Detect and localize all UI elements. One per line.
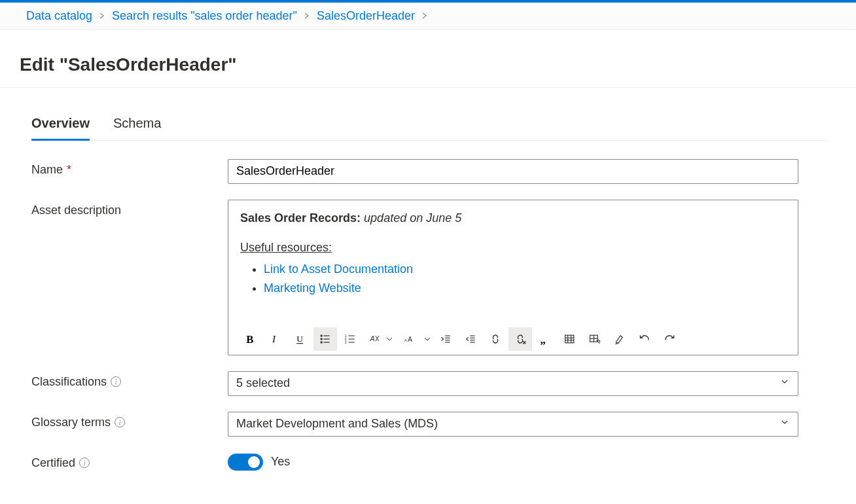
certified-toggle-label: Yes [271,455,290,469]
svg-point-8 [321,341,322,342]
decrease-indent-button[interactable] [434,327,457,351]
breadcrumb: Data catalog Search results "sales order… [0,3,856,30]
glossary-label: Glossary terms i [31,412,228,429]
insert-link-button[interactable] [484,327,507,351]
increase-indent-button[interactable] [459,327,482,351]
svg-text:U: U [296,334,303,344]
italic-button[interactable]: I [264,327,287,351]
highlight-button[interactable] [608,327,632,351]
chevron-right-icon [304,12,310,21]
svg-point-6 [321,338,322,339]
page-title: Edit "SalesOrderHeader" [0,43,856,88]
description-editor: Sales Order Records: updated on June 5 U… [228,200,798,355]
svg-text:A: A [408,335,413,343]
breadcrumb-item-asset[interactable]: SalesOrderHeader [317,9,415,23]
breadcrumb-item-search[interactable]: Search results "sales order header" [112,9,297,23]
classifications-label: Classifications i [31,371,228,389]
toggle-knob [248,456,260,468]
description-link-list: Link to Asset Documentation Marketing We… [264,261,786,297]
chevron-down-icon[interactable] [422,327,433,351]
description-resources-heading: Useful resources: [240,239,786,257]
svg-text:A: A [404,338,407,342]
description-bold-text: Sales Order Records: [240,211,361,225]
description-link-doc[interactable]: Link to Asset Documentation [264,262,413,276]
tab-bar: Overview Schema [31,100,830,141]
chevron-down-icon[interactable] [384,327,395,351]
tab-schema[interactable]: Schema [113,111,161,141]
svg-text:A: A [370,334,375,342]
insert-table-button[interactable] [558,327,582,351]
undo-button[interactable] [633,327,656,351]
chevron-right-icon [99,12,105,21]
edit-table-button[interactable] [583,327,607,351]
name-input[interactable] [228,159,798,184]
description-textarea[interactable]: Sales Order Records: updated on June 5 U… [228,200,798,325]
blockquote-button[interactable]: „ [533,327,557,351]
editor-toolbar: B I U [228,325,798,355]
classifications-value: 5 selected [236,376,290,390]
required-indicator: * [67,163,71,177]
asset-description-label: Asset description [31,200,228,217]
remove-link-button[interactable] [508,327,532,351]
info-icon[interactable]: i [115,417,125,427]
name-label: Name* [31,159,228,177]
certified-label: Certified i [31,452,228,470]
info-icon[interactable]: i [79,458,90,468]
svg-rect-30 [565,335,574,343]
font-size-button[interactable]: AA [396,327,425,351]
bold-button[interactable]: B [239,327,262,351]
svg-text:„: „ [541,333,546,345]
classifications-select[interactable]: 5 selected [228,371,798,396]
chevron-down-icon [779,417,790,431]
info-icon[interactable]: i [111,376,121,387]
svg-text:3: 3 [345,340,347,344]
numbered-list-button[interactable]: 1 2 3 [338,327,362,351]
certified-toggle[interactable] [228,454,263,471]
chevron-down-icon [779,376,790,390]
svg-text:I: I [272,334,276,344]
chevron-right-icon [421,12,428,21]
svg-point-4 [321,334,322,336]
tab-overview[interactable]: Overview [31,111,90,141]
svg-text:B: B [246,333,253,345]
clear-formatting-button[interactable]: A [363,327,387,351]
glossary-select[interactable]: Market Development and Sales (MDS) [228,412,798,437]
bulleted-list-button[interactable] [313,327,337,351]
glossary-value: Market Development and Sales (MDS) [236,417,438,431]
description-link-marketing[interactable]: Marketing Website [264,281,361,295]
description-italic-text: updated on June 5 [364,211,461,225]
redo-button[interactable] [658,327,681,351]
underline-button[interactable]: U [289,327,312,351]
breadcrumb-item-catalog[interactable]: Data catalog [26,9,92,23]
